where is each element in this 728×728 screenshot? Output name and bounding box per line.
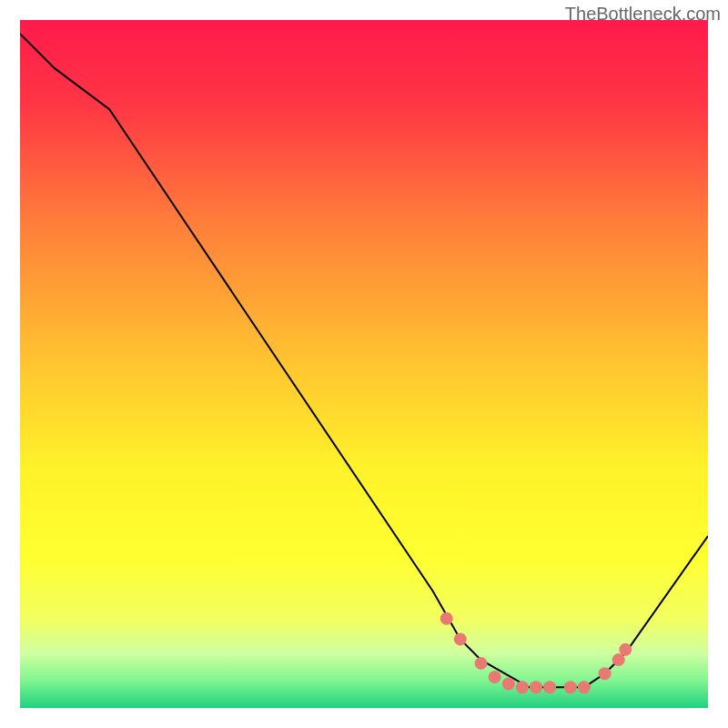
watermark-text: TheBottleneck.com xyxy=(565,4,721,25)
gradient-rect xyxy=(20,20,708,708)
chart-container: TheBottleneck.com xyxy=(0,0,728,728)
chart-background xyxy=(20,20,708,708)
